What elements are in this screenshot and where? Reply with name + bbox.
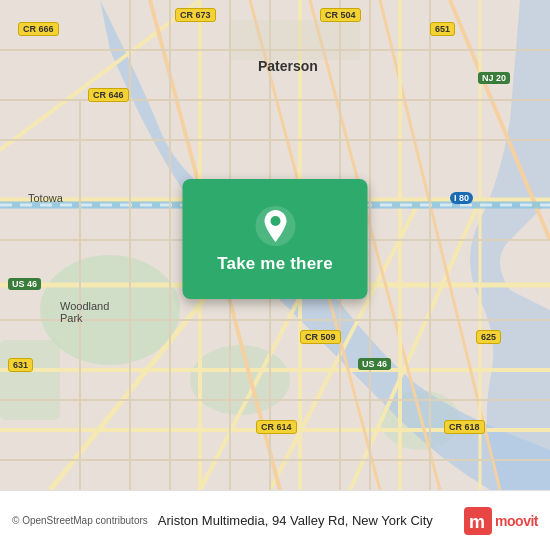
location-pin-icon (253, 204, 297, 248)
badge-cr618: CR 618 (444, 420, 485, 434)
osm-attribution: © OpenStreetMap contributors (12, 515, 148, 526)
take-me-there-label: Take me there (217, 254, 333, 274)
badge-cr666: CR 666 (18, 22, 59, 36)
badge-cr614: CR 614 (256, 420, 297, 434)
address-label: Ariston Multimedia, 94 Valley Rd, New Yo… (158, 513, 454, 528)
badge-651: 651 (430, 22, 455, 36)
svg-point-1 (40, 255, 180, 365)
badge-cr504: CR 504 (320, 8, 361, 22)
badge-cr646: CR 646 (88, 88, 129, 102)
badge-cr509-lower: CR 509 (300, 330, 341, 344)
svg-rect-4 (0, 340, 60, 420)
badge-nj20: NJ 20 (478, 72, 510, 84)
moovit-brand-name: moovit (495, 513, 538, 529)
badge-cr673: CR 673 (175, 8, 216, 22)
take-me-there-button[interactable]: Take me there (183, 179, 368, 299)
svg-point-2 (190, 345, 290, 415)
moovit-logo: m moovit (464, 507, 538, 535)
svg-text:m: m (469, 512, 485, 532)
badge-625: 625 (476, 330, 501, 344)
svg-rect-40 (230, 20, 360, 60)
badge-us46-right: US 46 (358, 358, 391, 370)
map-container: CR 666 CR 673 CR 504 651 CR 646 NJ 20 I … (0, 0, 550, 490)
badge-i80: I 80 (450, 192, 473, 204)
svg-point-42 (270, 216, 280, 226)
moovit-icon: m (464, 507, 492, 535)
badge-us46-left: US 46 (8, 278, 41, 290)
badge-631: 631 (8, 358, 33, 372)
bottom-bar: © OpenStreetMap contributors Ariston Mul… (0, 490, 550, 550)
